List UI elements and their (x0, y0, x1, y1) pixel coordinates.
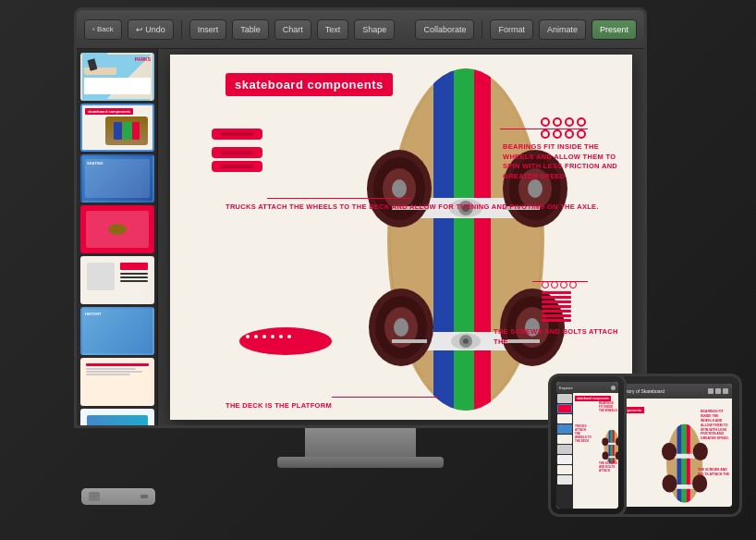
svg-rect-3 (433, 68, 454, 411)
iphone-thumb-6[interactable] (557, 445, 572, 454)
keynote-body: PARKS skateboard components (77, 49, 644, 425)
bearing-dot-1 (541, 117, 550, 127)
trucks-annotation: TRUCKS ATTACH THE WHEELS TO THE DECK AND… (226, 202, 599, 213)
screw-line-7 (542, 319, 571, 322)
format-button[interactable]: Format (490, 19, 533, 40)
slide-thumb-3[interactable]: SKATING (80, 154, 154, 202)
deck-dot-2 (254, 335, 258, 338)
collaborate-button[interactable]: Collaborate (415, 19, 474, 40)
iphone-content: skateboard components (556, 393, 618, 509)
slide-thumb-6[interactable]: HISTORY (80, 307, 154, 355)
iphone-thumb-5[interactable] (557, 435, 572, 444)
ipad-play-btn[interactable] (708, 388, 713, 394)
present-button[interactable]: Present (591, 19, 637, 40)
deck-line (332, 397, 438, 398)
undo-button[interactable]: ↩ Undo (128, 19, 174, 40)
deck-dot-5 (279, 335, 283, 338)
toolbar-separator-2 (482, 20, 482, 39)
svg-point-49 (662, 474, 677, 492)
skateboard-illustration (170, 55, 632, 420)
svg-point-50 (692, 474, 707, 492)
deck-dot-1 (246, 335, 250, 338)
svg-rect-54 (611, 430, 613, 464)
ipad-screws-text: THE SCREWS AND BOLTS ATTACH THE (698, 468, 730, 477)
iphone-thumb-2[interactable] (557, 404, 572, 413)
iphone-thumb-8[interactable] (557, 465, 572, 474)
iphone-thumb-4[interactable] (557, 424, 572, 434)
bearing-dot-6 (553, 129, 562, 139)
iphone-screws-text: THE SCREWS AND BOLTS ATTACH (599, 462, 617, 473)
screw-line-2 (542, 296, 571, 299)
svg-point-47 (662, 443, 677, 460)
monitor-base (277, 457, 444, 468)
slide-thumb-4[interactable] (80, 205, 154, 253)
screw-line-4 (542, 305, 571, 308)
ipad-bearings-text: BEARINGS FIT INSIDE THE WHEELS AND ALLOW… (701, 410, 730, 441)
mini-deck-dots (246, 335, 291, 338)
bearings-line (500, 129, 588, 129)
screw-dot-1 (542, 281, 549, 288)
iphone-play-btn[interactable] (611, 386, 616, 390)
slide-thumb-8[interactable] (80, 409, 154, 425)
screws-section (542, 281, 577, 322)
slide-thumb-5[interactable] (80, 256, 154, 304)
screw-dot-4 (569, 281, 577, 288)
screws-lines (542, 291, 577, 322)
svg-rect-5 (474, 68, 491, 411)
shape-button[interactable]: Shape (354, 19, 395, 40)
iphone-thumb-3[interactable] (557, 414, 572, 423)
svg-rect-43 (682, 424, 687, 503)
iphone-thumb-1[interactable] (557, 394, 572, 403)
deck-dot-6 (287, 335, 291, 338)
iphone-thumb-7[interactable] (557, 455, 572, 464)
bearing-dot-7 (565, 129, 574, 139)
svg-point-17 (392, 179, 407, 198)
svg-point-48 (693, 443, 708, 460)
screws-line (532, 281, 588, 282)
screw-dot-3 (560, 281, 567, 288)
mac-mini (81, 488, 155, 505)
toolbar-separator-1 (181, 20, 182, 39)
iphone-body: Keynote (548, 374, 627, 517)
keynote-app: ‹ Back ↩ Undo Insert Table Chart Text Sh… (77, 10, 644, 425)
bearing-dot-2 (553, 117, 562, 127)
screw-line-6 (542, 314, 571, 317)
insert-button[interactable]: Insert (189, 19, 227, 40)
ipad-settings-btn[interactable] (715, 388, 721, 394)
canvas-area: skateboard components (158, 49, 644, 425)
monitor-stand (305, 428, 416, 460)
deck-dot-4 (271, 335, 274, 338)
svg-rect-53 (609, 430, 611, 464)
screws-grid (542, 281, 577, 288)
svg-rect-4 (454, 68, 474, 411)
bearing-dot-3 (565, 117, 574, 127)
svg-rect-35 (221, 132, 253, 136)
animate-button[interactable]: Animate (539, 19, 586, 40)
svg-rect-42 (677, 424, 682, 503)
slide-thumb-7[interactable] (80, 358, 154, 406)
svg-point-58 (602, 438, 608, 446)
ipad-share-btn[interactable] (723, 388, 728, 394)
svg-rect-39 (221, 165, 253, 168)
iphone: Keynote (548, 374, 627, 517)
iphone-bearings-text: BEARINGS FIT INSIDE THE WHEELS (599, 402, 617, 413)
iphone-thumb-9[interactable] (557, 475, 572, 485)
ipad-slide-title: History of Skateboard (620, 388, 665, 394)
table-button[interactable]: Table (232, 19, 269, 40)
bearing-dot-4 (577, 117, 586, 127)
text-button[interactable]: Text (317, 19, 349, 40)
chart-button[interactable]: Chart (274, 19, 311, 40)
iphone-toolbar: Keynote (556, 382, 618, 393)
bearing-dot-8 (577, 129, 586, 139)
slide-thumb-1[interactable]: PARKS (80, 53, 154, 101)
screw-line-5 (542, 310, 571, 313)
screw-line-1 (542, 291, 571, 294)
screw-line-3 (542, 301, 571, 303)
slide-panel[interactable]: PARKS skateboard components (77, 49, 158, 425)
mini-deck (239, 327, 332, 355)
svg-point-21 (528, 179, 543, 198)
slide-thumb-2[interactable]: skateboard components (80, 104, 154, 152)
svg-rect-37 (221, 151, 253, 154)
bearings-annotation: BEARINGS FIT INSIDE THE WHEELS AND ALLOW… (503, 142, 623, 181)
back-button[interactable]: ‹ Back (84, 19, 122, 40)
